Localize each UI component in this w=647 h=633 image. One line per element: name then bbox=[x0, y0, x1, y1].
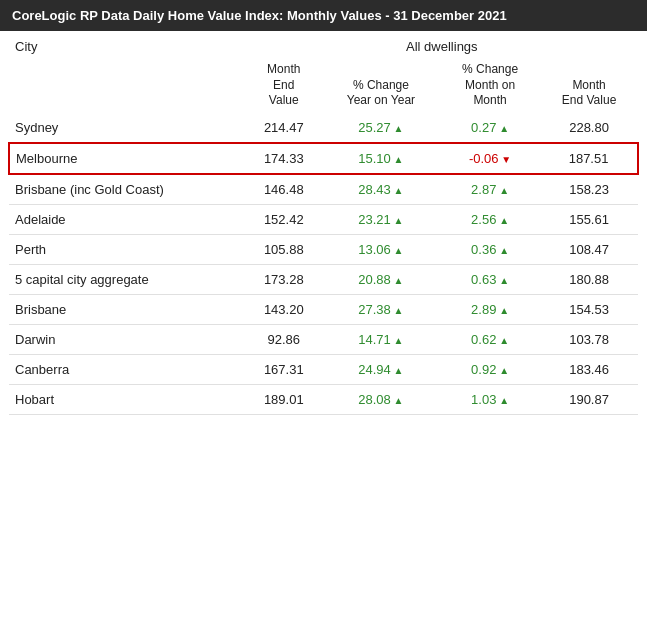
pct-change-mom-cell: 2.56 bbox=[440, 204, 540, 234]
month-end-value-2-cell: 154.53 bbox=[540, 294, 638, 324]
pct-change-yoy-cell: 28.08 bbox=[322, 384, 440, 414]
month-end-value-2-cell: 155.61 bbox=[540, 204, 638, 234]
table-row: Hobart189.0128.081.03190.87 bbox=[9, 384, 638, 414]
city-cell: Adelaide bbox=[9, 204, 246, 234]
pct-change-yoy-cell: 28.43 bbox=[322, 174, 440, 205]
pct-change-yoy-cell: 27.38 bbox=[322, 294, 440, 324]
month-end-value-2-header: MonthEnd Value bbox=[540, 58, 638, 113]
table-row: Melbourne174.3315.10-0.06187.51 bbox=[9, 143, 638, 174]
city-col-header bbox=[9, 58, 246, 113]
table-row: Perth105.8813.060.36108.47 bbox=[9, 234, 638, 264]
month-end-value-1-cell: 146.48 bbox=[246, 174, 322, 205]
month-end-value-2-cell: 180.88 bbox=[540, 264, 638, 294]
month-end-value-1-cell: 214.47 bbox=[246, 113, 322, 143]
city-cell: Perth bbox=[9, 234, 246, 264]
month-end-value-1-cell: 92.86 bbox=[246, 324, 322, 354]
pct-change-yoy-cell: 25.27 bbox=[322, 113, 440, 143]
all-dwellings-header: All dwellings bbox=[246, 31, 638, 58]
city-cell: Sydney bbox=[9, 113, 246, 143]
header-title: CoreLogic RP Data Daily Home Value Index… bbox=[12, 8, 507, 23]
month-end-value-1-cell: 152.42 bbox=[246, 204, 322, 234]
table-row: Darwin92.8614.710.62103.78 bbox=[9, 324, 638, 354]
table-row: Brisbane (inc Gold Coast)146.4828.432.87… bbox=[9, 174, 638, 205]
city-cell: Darwin bbox=[9, 324, 246, 354]
month-end-value-2-cell: 108.47 bbox=[540, 234, 638, 264]
month-end-value-2-cell: 103.78 bbox=[540, 324, 638, 354]
city-cell: Melbourne bbox=[9, 143, 246, 174]
pct-change-mom-cell: 0.63 bbox=[440, 264, 540, 294]
month-end-value-1-header: MonthEndValue bbox=[246, 58, 322, 113]
pct-change-yoy-header: % ChangeYear on Year bbox=[322, 58, 440, 113]
city-cell: 5 capital city aggregate bbox=[9, 264, 246, 294]
month-end-value-2-cell: 187.51 bbox=[540, 143, 638, 174]
month-end-value-2-cell: 190.87 bbox=[540, 384, 638, 414]
month-end-value-1-cell: 105.88 bbox=[246, 234, 322, 264]
month-end-value-1-cell: 143.20 bbox=[246, 294, 322, 324]
header: CoreLogic RP Data Daily Home Value Index… bbox=[0, 0, 647, 31]
table-row: 5 capital city aggregate173.2820.880.631… bbox=[9, 264, 638, 294]
city-cell: Brisbane bbox=[9, 294, 246, 324]
table-container: City All dwellings MonthEndValue % Chang… bbox=[0, 31, 647, 423]
pct-change-yoy-cell: 13.06 bbox=[322, 234, 440, 264]
table-row: Adelaide152.4223.212.56155.61 bbox=[9, 204, 638, 234]
city-cell: Canberra bbox=[9, 354, 246, 384]
pct-change-yoy-cell: 20.88 bbox=[322, 264, 440, 294]
month-end-value-2-cell: 228.80 bbox=[540, 113, 638, 143]
city-cell: Brisbane (inc Gold Coast) bbox=[9, 174, 246, 205]
month-end-value-2-cell: 158.23 bbox=[540, 174, 638, 205]
month-end-value-1-cell: 174.33 bbox=[246, 143, 322, 174]
city-cell: Hobart bbox=[9, 384, 246, 414]
group-header-row: City All dwellings bbox=[9, 31, 638, 58]
month-end-value-2-cell: 183.46 bbox=[540, 354, 638, 384]
pct-change-mom-cell: 0.62 bbox=[440, 324, 540, 354]
pct-change-mom-cell: -0.06 bbox=[440, 143, 540, 174]
pct-change-yoy-cell: 24.94 bbox=[322, 354, 440, 384]
month-end-value-1-cell: 167.31 bbox=[246, 354, 322, 384]
table-row: Sydney214.4725.270.27228.80 bbox=[9, 113, 638, 143]
pct-change-mom-cell: 0.92 bbox=[440, 354, 540, 384]
column-headers-row: MonthEndValue % ChangeYear on Year % Cha… bbox=[9, 58, 638, 113]
month-end-value-1-cell: 189.01 bbox=[246, 384, 322, 414]
pct-change-yoy-cell: 15.10 bbox=[322, 143, 440, 174]
table-row: Canberra167.3124.940.92183.46 bbox=[9, 354, 638, 384]
table-row: Brisbane143.2027.382.89154.53 bbox=[9, 294, 638, 324]
pct-change-mom-header: % ChangeMonth onMonth bbox=[440, 58, 540, 113]
month-end-value-1-cell: 173.28 bbox=[246, 264, 322, 294]
pct-change-mom-cell: 1.03 bbox=[440, 384, 540, 414]
pct-change-mom-cell: 2.89 bbox=[440, 294, 540, 324]
pct-change-yoy-cell: 23.21 bbox=[322, 204, 440, 234]
pct-change-mom-cell: 0.36 bbox=[440, 234, 540, 264]
pct-change-mom-cell: 2.87 bbox=[440, 174, 540, 205]
city-column-header: City bbox=[9, 31, 246, 58]
pct-change-mom-cell: 0.27 bbox=[440, 113, 540, 143]
pct-change-yoy-cell: 14.71 bbox=[322, 324, 440, 354]
